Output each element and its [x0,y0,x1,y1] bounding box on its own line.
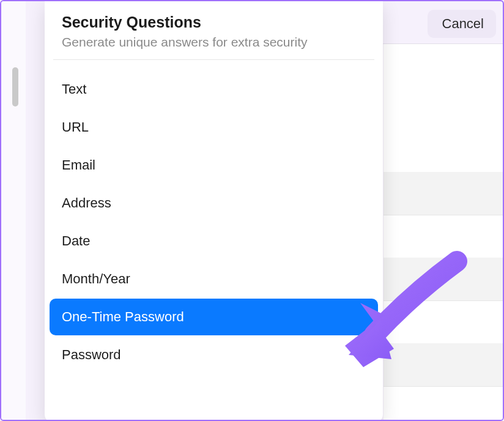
bg-row [384,344,503,387]
bg-row [384,173,503,215]
field-type-address[interactable]: Address [50,185,378,222]
field-type-popover: Security Questions Generate unique answe… [45,1,383,421]
field-type-list: Text URL Email Address Date Month/Year O… [45,67,383,373]
field-type-date[interactable]: Date [50,223,378,259]
bg-row [384,44,503,173]
field-type-text[interactable]: Text [50,71,378,108]
field-type-password[interactable]: Password [50,337,378,373]
header-subtitle: Generate unique answers for extra securi… [62,35,366,50]
divider [383,43,503,44]
field-type-url[interactable]: URL [50,109,378,146]
bg-row [384,387,503,421]
background-list [384,44,503,421]
popover-header: Security Questions Generate unique answe… [53,13,374,60]
field-type-email[interactable]: Email [50,147,378,184]
bg-row [384,301,503,344]
sidebar-edge [1,1,26,421]
scrollbar-thumb[interactable] [12,67,18,106]
bg-row [384,215,503,258]
header-title: Security Questions [62,13,366,31]
field-type-one-time-password[interactable]: One-Time Password [50,299,378,335]
field-type-month-year[interactable]: Month/Year [50,261,378,297]
bg-row [384,258,503,301]
cancel-button[interactable]: Cancel [428,10,496,38]
